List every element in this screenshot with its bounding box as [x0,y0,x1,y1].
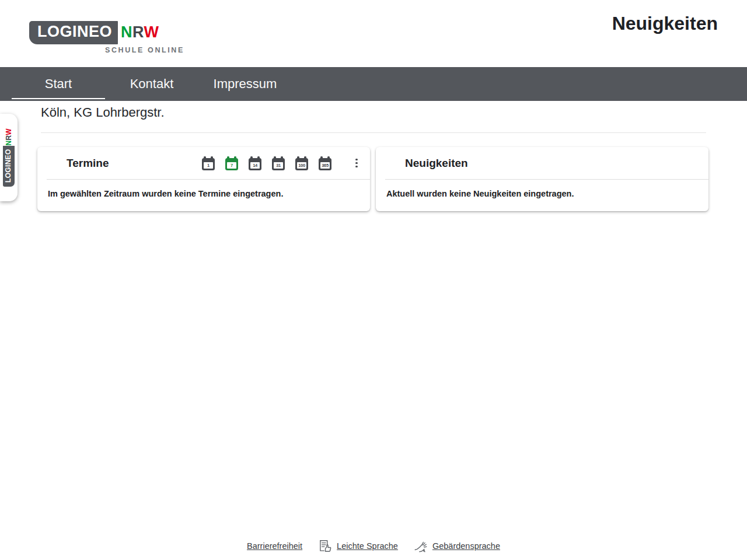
school-name-heading: Köln, KG Lohrbergstr. [41,105,165,120]
barrierefreiheit-link[interactable]: Barrierefreiheit [247,541,302,551]
termine-empty-message: Im gewählten Zeitraum wurden keine Termi… [37,180,370,208]
nav-tab-impressum[interactable]: Impressum [198,67,292,101]
header: LOGINEO NRW SCHULE ONLINE Neuigkeiten [0,0,747,67]
nav-tab-start[interactable]: Start [12,67,105,101]
logo-nrw-w: W [144,23,159,41]
neuigkeiten-empty-message: Aktuell wurden keine Neuigkeiten eingetr… [376,180,708,208]
logo-nrw-n: N [121,23,132,41]
sidebar-logo-nrw: NRW [5,128,13,145]
calendar-1-day-icon[interactable]: 1 [202,156,215,170]
calendar-100-days-icon[interactable]: 100 [295,156,308,170]
termine-card-title: Termine [67,157,109,170]
calendar-14-days-icon[interactable]: 14 [249,156,261,170]
logo-wordmark: LOGINEO [29,21,118,44]
date-range-buttons: 1 7 14 31 100 [202,156,362,170]
termine-card-header: Termine 1 7 14 31 [37,147,370,179]
termine-card: Termine 1 7 14 31 [37,147,370,211]
calendar-7-days-icon[interactable]: 7 [225,156,238,170]
neuigkeiten-card: Neuigkeiten Aktuell wurden keine Neuigke… [376,147,708,211]
calendar-31-days-icon[interactable]: 31 [272,156,285,170]
kebab-menu-icon[interactable] [351,156,362,170]
nav-tab-kontakt[interactable]: Kontakt [105,67,198,101]
logineo-nrw-logo: LOGINEO NRW SCHULE ONLINE [29,21,184,54]
sidebar-flap[interactable]: LOGINEO NRW [0,114,18,201]
main-nav: Start Kontakt Impressum [0,67,747,101]
page-title: Neuigkeiten [612,13,718,34]
footer: Barrierefreiheit Leichte Sprache Gebärde… [0,534,747,558]
logo-subtitle: SCHULE ONLINE [105,46,184,54]
page: LOGINEO NRW SCHULE ONLINE Neuigkeiten St… [0,0,747,560]
sidebar-logo-wordmark: LOGINEO [3,146,14,186]
neuigkeiten-card-title: Neuigkeiten [405,157,468,170]
sign-language-icon [413,538,428,554]
neuigkeiten-card-header: Neuigkeiten [376,147,708,179]
heading-divider [41,132,706,133]
logo-nrw-r: R [132,23,144,41]
logo-nrw: NRW [121,23,159,41]
sidebar-vertical-logo: LOGINEO NRW [1,131,16,184]
easy-language-icon [317,538,333,554]
leichte-sprache-link[interactable]: Leichte Sprache [317,538,398,554]
gebaerdensprache-link[interactable]: Gebärdensprache [413,538,500,554]
calendar-365-days-icon[interactable]: 365 [319,156,331,170]
